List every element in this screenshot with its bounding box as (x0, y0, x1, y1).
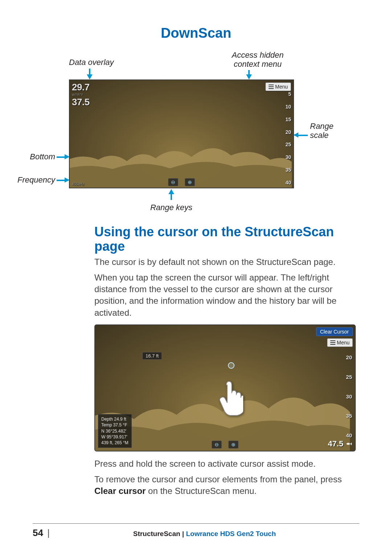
paragraph: To remove the cursor and cursor elements… (94, 474, 359, 497)
zoom-in-button[interactable]: ⊕ (185, 178, 195, 186)
range-tick: 40 (285, 180, 291, 185)
footer-sep: | (180, 530, 186, 537)
menu-button[interactable]: Menu (265, 82, 291, 91)
callout-bottom: Bottom (26, 152, 55, 161)
range-tick: 30 (346, 393, 352, 400)
frequency-label: 455kHz (72, 182, 84, 186)
overlay-temp-label: WTR°F (72, 93, 90, 97)
info-lon: W 95°39.917' (101, 434, 128, 440)
para-text: on the StructureScan menu. (146, 486, 257, 496)
callout-range-line2: scale (310, 131, 328, 140)
menu-icon (269, 85, 274, 89)
sonar-panel-downscan: 29.7 WTR°F 37.5 Menu 5 10 15 20 25 30 35… (69, 79, 294, 188)
para-text: To remove the cursor and cursor elements… (94, 474, 342, 484)
range-tick: 5 (285, 91, 291, 97)
cursor-marker-icon (228, 362, 234, 369)
depth-value: 47.5 (328, 439, 343, 449)
callout-frequency: Frequency (15, 175, 55, 184)
menu-label: Menu (337, 340, 350, 346)
menu-icon (330, 340, 335, 345)
range-tick: 25 (285, 142, 291, 147)
sonar-panel-cursor-wrap: Clear Cursor Menu 16.7 ft Depth 24.9 ft … (94, 324, 356, 451)
callout-range-keys: Range keys (150, 203, 193, 212)
info-depth: Depth 24.9 ft (101, 416, 128, 422)
range-scale: 20 25 30 35 40 (346, 354, 352, 438)
paragraph: When you tap the screen the cursor will … (94, 272, 359, 319)
cursor-info-window: Depth 24.9 ft Temp 37.5 °F N 36°25.482' … (98, 414, 132, 448)
range-tick: 30 (285, 154, 291, 160)
callout-context-menu: Access hidden context menu (225, 50, 290, 69)
arrow-up-icon (168, 189, 174, 194)
clear-cursor-button[interactable]: Clear Cursor (316, 327, 353, 336)
range-scale: 5 10 15 20 25 30 35 40 (285, 91, 291, 185)
paragraph: The cursor is by default not shown on th… (94, 256, 359, 268)
bottom-right-depth: 47.5 (328, 439, 352, 449)
callout-context-line2: context menu (234, 60, 282, 69)
range-tick: 35 (346, 413, 352, 419)
arrow-range-stem (298, 135, 308, 136)
arrow-down-icon (87, 74, 93, 79)
overlay-temp: 37.5 (72, 97, 90, 108)
range-tick: 10 (285, 104, 291, 110)
range-keys: ⊖ ⊕ (168, 178, 195, 186)
zoom-out-button[interactable]: ⊖ (168, 178, 178, 186)
info-distance-bearing: 439 ft, 265 °M (101, 440, 128, 446)
footer-brand: Lowrance HDS Gen2 Touch (186, 530, 276, 537)
footer-section: StructureScan (133, 530, 180, 537)
callout-data-overlay: Data overlay (69, 58, 114, 67)
cursor-distance-badge: 16.7 ft (142, 352, 162, 360)
footer-pipe: | (45, 527, 50, 539)
arrow-left-icon (293, 132, 298, 138)
callout-range-line1: Range (310, 122, 334, 131)
callout-range-scale: Range scale (310, 122, 334, 140)
range-tick: 35 (285, 167, 291, 173)
zoom-out-button[interactable]: ⊖ (212, 441, 222, 449)
zoom-in-button[interactable]: ⊕ (228, 441, 238, 449)
page-number: 54 (33, 527, 43, 539)
range-tick: 20 (346, 354, 352, 360)
downscan-diagram: Data overlay Access hidden context menu … (33, 43, 359, 217)
overlay-depth: 29.7 (72, 82, 90, 93)
info-lat: N 36°25.482' (101, 428, 128, 434)
arrow-down-icon (246, 74, 252, 79)
paragraph: Press and hold the screen to activate cu… (94, 458, 359, 470)
menu-label: Menu (275, 84, 288, 90)
page-footer: 54 | StructureScan | Lowrance HDS Gen2 T… (33, 523, 359, 539)
range-keys: ⊖ ⊕ (212, 441, 238, 449)
range-tick: 20 (285, 129, 291, 135)
info-temp: Temp 37.5 °F (101, 422, 128, 428)
arrow-bottom-stem (57, 156, 65, 158)
sonar-panel-cursor[interactable]: Clear Cursor Menu 16.7 ft Depth 24.9 ft … (94, 324, 356, 451)
section-heading-cursor: Using the cursor on the StructureScan pa… (94, 225, 359, 253)
menu-button[interactable]: Menu (327, 338, 353, 347)
footer-center: StructureScan | Lowrance HDS Gen2 Touch (50, 530, 359, 538)
touch-hand-icon (215, 380, 243, 416)
callout-context-line1: Access hidden (232, 50, 283, 60)
arrow-rangekeys-stem (171, 193, 172, 200)
range-tick: 40 (346, 432, 352, 438)
range-tick: 25 (346, 374, 352, 380)
clear-cursor-inline: Clear cursor (94, 486, 146, 496)
range-tick: 15 (285, 116, 291, 122)
data-overlay-box: 29.7 WTR°F 37.5 (72, 82, 90, 108)
fish-icon (346, 441, 352, 447)
arrow-freq-stem (57, 180, 65, 181)
downscan-heading: DownScan (33, 25, 359, 41)
